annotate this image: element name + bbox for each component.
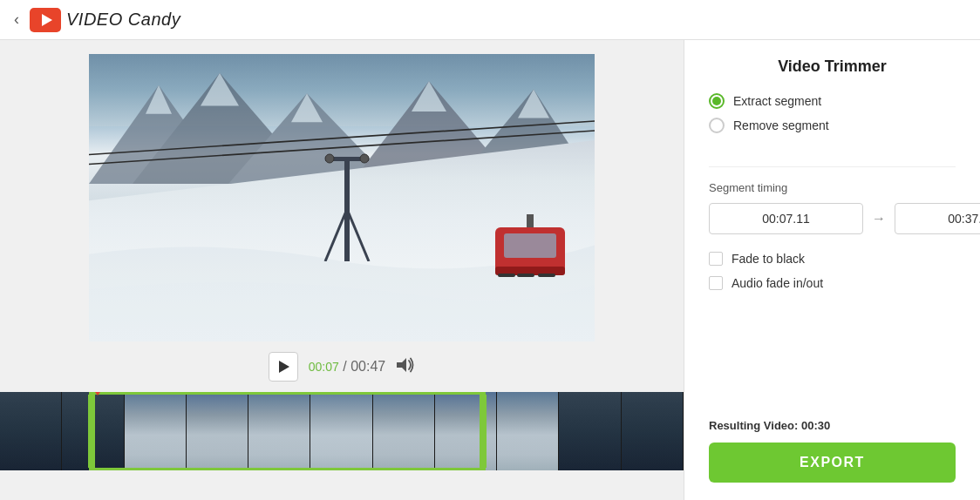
segment-timing-label: Segment timing	[709, 181, 956, 194]
video-controls: 00:07 / 00:47	[269, 352, 415, 382]
fade-to-black-checkbox[interactable]	[709, 252, 723, 266]
play-button[interactable]	[269, 352, 298, 382]
timeline[interactable]	[0, 392, 684, 470]
main-content: 00:07 / 00:47	[0, 40, 980, 500]
svg-rect-22	[504, 233, 556, 258]
audio-fade-checkbox[interactable]	[709, 276, 723, 290]
total-time: 00:47	[350, 359, 385, 374]
time-display: 00:07 / 00:47	[309, 359, 385, 375]
end-time-input[interactable]	[895, 203, 980, 234]
fade-to-black-option[interactable]: Fade to black	[709, 252, 956, 266]
start-time-input[interactable]	[709, 203, 863, 234]
timeline-frame	[125, 392, 187, 470]
fade-to-black-label: Fade to black	[732, 252, 805, 266]
current-time: 00:07	[309, 360, 339, 374]
extract-label: Extract segment	[733, 94, 821, 108]
timeline-frame	[0, 392, 62, 470]
remove-radio[interactable]	[709, 118, 725, 133]
segment-timing-section: Segment timing →	[709, 181, 956, 252]
logo-text: VIDEO Candy	[66, 10, 180, 30]
export-button[interactable]: EXPORT	[709, 443, 956, 483]
timeline-frame	[62, 392, 124, 470]
svg-line-18	[89, 121, 595, 155]
mode-options: Extract segment Remove segment	[709, 93, 956, 142]
svg-line-14	[325, 209, 347, 261]
left-panel: 00:07 / 00:47	[0, 40, 684, 500]
timeline-frame	[497, 392, 559, 470]
svg-rect-20	[527, 214, 534, 227]
cable-lines-svg	[89, 111, 595, 198]
svg-line-15	[347, 209, 369, 261]
panel-title: Video Trimmer	[709, 57, 956, 76]
spacer	[709, 301, 956, 419]
timeline-frame	[622, 392, 684, 470]
cable-car-svg	[491, 214, 569, 284]
logo-icon	[30, 8, 61, 32]
back-button[interactable]: ‹	[14, 10, 19, 29]
play-icon	[279, 361, 289, 373]
timeline-frame	[435, 392, 497, 470]
timeline-frames	[0, 392, 684, 470]
extract-radio[interactable]	[709, 93, 725, 109]
playhead-marker[interactable]	[92, 392, 103, 395]
video-preview	[89, 54, 595, 341]
svg-rect-26	[538, 274, 555, 277]
audio-fade-option[interactable]: Audio fade in/out	[709, 276, 956, 290]
audio-fade-label: Audio fade in/out	[732, 276, 823, 290]
divider-1	[709, 166, 956, 167]
timeline-frame	[310, 392, 372, 470]
svg-rect-24	[498, 274, 515, 277]
timing-row: →	[709, 203, 956, 234]
timeline-frame	[559, 392, 621, 470]
arrow-divider: →	[872, 211, 886, 226]
app-header: ‹ VIDEO Candy	[0, 0, 980, 40]
resulting-video: Resulting Video: 00:30	[709, 419, 956, 432]
volume-button[interactable]	[396, 357, 415, 377]
video-scene	[89, 54, 595, 341]
timeline-frame	[248, 392, 310, 470]
svg-rect-25	[517, 274, 534, 277]
remove-label: Remove segment	[733, 118, 829, 132]
timeline-frame	[373, 392, 435, 470]
remove-segment-option[interactable]: Remove segment	[709, 118, 956, 133]
time-separator: /	[343, 359, 350, 374]
timeline-frame	[187, 392, 248, 470]
svg-marker-27	[397, 358, 406, 372]
svg-line-19	[89, 131, 595, 165]
resulting-duration: 00:30	[801, 419, 830, 432]
extract-segment-option[interactable]: Extract segment	[709, 93, 956, 109]
right-panel: Video Trimmer Extract segment Remove seg…	[684, 40, 980, 500]
